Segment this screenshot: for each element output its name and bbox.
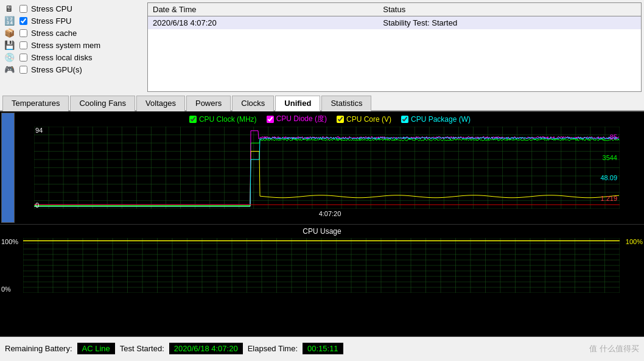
stress-icon-disk: 💿 [2,52,16,62]
right-value-1: 3544 [603,154,617,161]
stress-icon-cache: 📦 [2,28,16,38]
main-chart-wrapper: CPU Clock (MHz)CPU Diode (度)CPU Core (V)… [0,111,644,224]
charts-area: CPU Clock (MHz)CPU Diode (度)CPU Core (V)… [0,111,644,337]
top-section: 🖥Stress CPU🔢Stress FPU📦Stress cache💾Stre… [0,0,644,94]
right-value-0: 85 [610,133,617,141]
log-cell-0-1: Stability Test: Started [378,16,641,30]
stress-list: 🖥Stress CPU🔢Stress FPU📦Stress cache💾Stre… [2,2,142,92]
cpu-y-bottom: 0% [1,286,18,293]
right-value-3: 1.219 [600,195,617,202]
stress-icon-gpu: 🎮 [2,65,16,74]
cpu-usage-value: 100% [626,238,643,245]
stress-checkbox-3[interactable] [19,41,27,49]
legend-item-0: CPU Clock (MHz) [189,114,257,124]
main-chart-area: 94 0 85354448.091.219 [34,127,620,209]
stress-item-0: 🖥Stress CPU [2,4,142,13]
main-chart-container: CPU Clock (MHz)CPU Diode (度)CPU Core (V)… [16,111,644,224]
status-bar: Remaining Battery: AC Line Test Started:… [0,337,644,360]
stress-item-3: 💾Stress system mem [2,40,142,50]
legend-cb-2[interactable] [337,116,344,123]
test-started-value: 2020/6/18 4:07:20 [169,343,243,354]
log-header-datetime: Date & Time [148,3,378,16]
tabs-bar: TemperaturesCooling FansVoltagesPowersCl… [0,94,644,111]
log-cell-0-0: 2020/6/18 4:07:20 [148,16,378,30]
stress-label-4: Stress local disks [31,53,92,62]
legend-item-3: CPU Package (W) [401,114,471,124]
elapsed-value: 00:15:11 [303,343,343,354]
sidebar-blue [1,113,15,223]
tab-voltages[interactable]: Voltages [136,96,185,111]
chart-legend: CPU Clock (MHz)CPU Diode (度)CPU Core (V)… [16,111,644,127]
cpu-usage-title: CPU Usage [0,225,644,238]
test-started-label: Test Started: [120,344,164,353]
legend-label-2: CPU Core (V) [346,115,391,124]
tab-statistics[interactable]: Statistics [321,96,371,111]
log-table: Date & Time Status 2020/6/18 4:07:20Stab… [147,2,642,92]
stress-checkbox-4[interactable] [19,54,27,61]
legend-item-2: CPU Core (V) [337,114,391,124]
battery-value: AC Line [77,343,115,354]
stress-item-2: 📦Stress cache [2,28,142,38]
y-top: 94 [35,127,43,134]
legend-item-1: CPU Diode (度) [267,114,327,124]
stress-checkbox-0[interactable] [19,5,27,13]
legend-cb-1[interactable] [267,116,274,123]
y-labels: 94 0 [34,127,44,209]
y-bottom: 0 [35,202,43,209]
tab-powers[interactable]: Powers [186,96,231,111]
stress-label-2: Stress cache [31,29,77,38]
stress-label-0: Stress CPU [31,4,72,13]
legend-label-1: CPU Diode (度) [276,114,327,124]
stress-item-1: 🔢Stress FPU [2,16,142,26]
stress-checkbox-5[interactable] [19,66,27,74]
stress-item-4: 💿Stress local disks [2,52,142,62]
stress-label-5: Stress GPU(s) [31,65,82,74]
log-header-status: Status [378,3,641,16]
cpu-usage-chart: CPU Usage 100% 0% 100% [0,224,644,337]
stress-icon-mem: 💾 [2,40,16,50]
right-values: 85354448.091.219 [600,127,617,209]
remaining-battery-label: Remaining Battery: [5,344,72,353]
legend-cb-0[interactable] [189,116,197,123]
stress-checkbox-2[interactable] [19,29,27,37]
elapsed-label: Elapsed Time: [248,344,298,353]
right-value-2: 48.09 [600,174,617,181]
stress-checkbox-1[interactable] [19,17,27,25]
stress-label-3: Stress system mem [31,41,100,50]
legend-label-0: CPU Clock (MHz) [199,115,257,124]
tab-unified[interactable]: Unified [275,96,320,111]
cpu-y-top: 100% [1,238,18,245]
stress-label-1: Stress FPU [31,16,71,26]
tab-temperatures[interactable]: Temperatures [2,96,69,111]
stress-icon-fpu: 🔢 [2,16,16,26]
watermark: 值 什么值得买 [589,343,639,354]
stress-item-5: 🎮Stress GPU(s) [2,65,142,74]
legend-label-3: CPU Package (W) [411,115,471,124]
tab-clocks[interactable]: Clocks [232,96,274,111]
legend-cb-3[interactable] [401,116,408,123]
tab-cooling-fans[interactable]: Cooling Fans [70,96,135,111]
stress-icon-cpu: 🖥 [2,4,16,13]
chart-time-label: 4:07:20 [16,210,644,217]
